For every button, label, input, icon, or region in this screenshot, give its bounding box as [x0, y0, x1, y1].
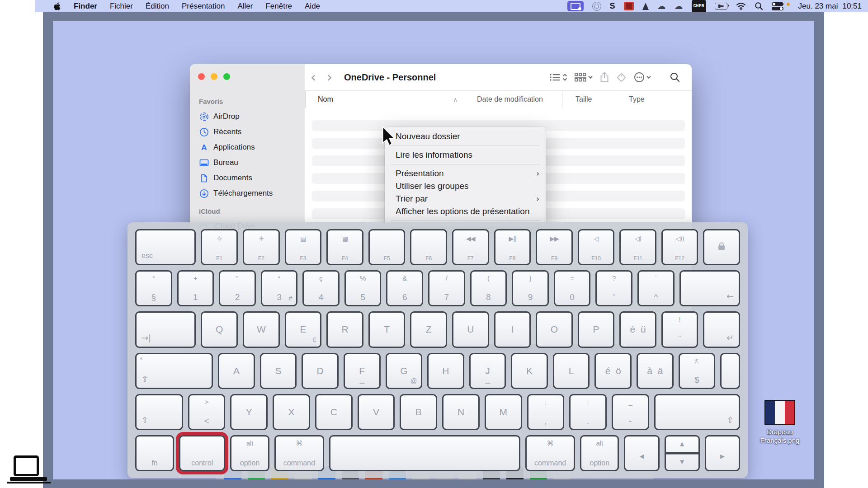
key-g[interactable]: G@	[386, 353, 423, 389]
key-capslock[interactable]: ⇪	[135, 353, 213, 389]
key-control[interactable]: control	[179, 435, 225, 471]
key-period[interactable]: :.	[569, 394, 607, 430]
key-v[interactable]: V	[358, 394, 395, 430]
key-e-grave[interactable]: è ü	[619, 311, 656, 347]
s-app-icon[interactable]: S	[610, 1, 615, 11]
key-backspace[interactable]: ←	[679, 270, 740, 306]
key-f12[interactable]: ◁))F12	[661, 229, 698, 265]
column-header-taille[interactable]: Taille	[562, 91, 616, 108]
sidebar-item-applications[interactable]: AApplications	[196, 140, 302, 155]
key-k[interactable]: K	[511, 353, 548, 389]
view-selector-button[interactable]	[550, 73, 567, 81]
key-c[interactable]: C	[315, 394, 353, 430]
key-dollar[interactable]: £$	[679, 353, 716, 389]
context-menu-item-nouveau-dossier[interactable]: Nouveau dossier	[385, 130, 546, 143]
key-dash[interactable]: _-	[612, 394, 649, 430]
close-button[interactable]	[198, 73, 205, 80]
key-angle[interactable]: ><	[188, 394, 226, 430]
search-button[interactable]	[670, 72, 680, 82]
key-7[interactable]: /7	[428, 270, 465, 306]
key-f8[interactable]: ▶∥F8	[494, 229, 531, 265]
key-exclamation[interactable]: !¨	[661, 311, 698, 347]
key-r[interactable]: R	[326, 311, 363, 347]
key-e[interactable]: E€	[285, 311, 322, 347]
key-option-left[interactable]: altoption	[230, 435, 269, 471]
key-e-acute[interactable]: é ö	[594, 353, 632, 389]
key-s[interactable]: S	[260, 353, 297, 389]
key-n[interactable]: N	[442, 394, 480, 430]
key-f10[interactable]: ◁F10	[578, 229, 615, 265]
key-x[interactable]: X	[273, 394, 310, 430]
key-y[interactable]: Y	[230, 394, 268, 430]
key-9[interactable]: )9	[512, 270, 549, 306]
key-fn[interactable]: fn	[135, 435, 174, 471]
context-menu-item-lire-les-informations[interactable]: Lire les informations	[385, 149, 546, 161]
key-apostrophe[interactable]: ?'	[595, 270, 632, 306]
key-shift-left[interactable]: ⇧	[135, 394, 183, 430]
forward-button[interactable]: ›	[321, 70, 338, 84]
key-f[interactable]: F	[344, 353, 381, 389]
key-f5[interactable]: F5	[368, 229, 406, 265]
key-f2[interactable]: ☀F2	[243, 229, 280, 265]
column-header-nom[interactable]: Nom∧	[305, 91, 464, 108]
more-actions-button[interactable]	[634, 72, 651, 83]
key-return-lower[interactable]	[720, 353, 740, 389]
key-t[interactable]: T	[368, 311, 406, 347]
menu-item-aller[interactable]: Aller	[231, 2, 259, 11]
column-header-type[interactable]: Type	[616, 91, 692, 108]
key-a-grave[interactable]: à ä	[637, 353, 674, 389]
key-d[interactable]: D	[302, 353, 339, 389]
spotlight-search-icon[interactable]	[755, 1, 763, 11]
key-i[interactable]: I	[494, 311, 531, 347]
film-strip-icon[interactable]	[624, 2, 634, 10]
key-command-right[interactable]: ⌘command	[525, 435, 575, 471]
back-button[interactable]: ‹	[305, 70, 321, 84]
key-arrow-updown[interactable]: ▲▼	[665, 435, 700, 471]
key-l[interactable]: L	[553, 353, 590, 389]
key-tab[interactable]: →|	[135, 311, 196, 347]
control-center-icon[interactable]	[772, 1, 783, 11]
cloud-sync-icon-2[interactable]: ☁	[675, 1, 683, 11]
support-spiral-icon[interactable]	[592, 2, 601, 11]
key-5[interactable]: %5	[344, 270, 382, 306]
context-menu-item-trier-par[interactable]: Trier par›	[385, 192, 546, 205]
key-q[interactable]: Q	[201, 311, 238, 347]
menu-item-fichier[interactable]: Fichier	[104, 2, 139, 11]
menu-item-edition[interactable]: Édition	[139, 2, 175, 11]
input-source-badge[interactable]: CHFR	[692, 0, 706, 13]
key-f3[interactable]: ▤F3	[285, 229, 322, 265]
key-f7[interactable]: ◀◀F7	[452, 229, 489, 265]
sidebar-item-tlchargements[interactable]: Téléchargements	[196, 186, 302, 201]
screen-mirroring-icon[interactable]	[567, 1, 584, 11]
key-esc[interactable]: esc	[135, 229, 196, 265]
key-f1[interactable]: ☼F1	[201, 229, 238, 265]
key-w[interactable]: W	[243, 311, 280, 347]
key-return[interactable]: ↵	[703, 311, 740, 347]
key-command-left[interactable]: ⌘command	[274, 435, 324, 471]
key-1[interactable]: +1	[177, 270, 214, 306]
key-section[interactable]: °§	[135, 270, 172, 306]
key-b[interactable]: B	[400, 394, 437, 430]
apple-menu[interactable]	[47, 2, 67, 11]
context-menu-item-pr-sentation[interactable]: Présentation›	[385, 167, 546, 180]
menu-item-app[interactable]: Finder	[67, 2, 104, 11]
context-menu-item-afficher-les-options-de-pr-sentation[interactable]: Afficher les options de présentation	[385, 205, 546, 218]
battery-icon[interactable]	[715, 3, 727, 9]
context-menu-item-utiliser-les-groupes[interactable]: Utiliser les groupes	[385, 180, 546, 192]
key-o[interactable]: O	[536, 311, 573, 347]
key-j[interactable]: J	[469, 353, 506, 389]
tag-icon-button[interactable]	[616, 72, 627, 83]
key-f11[interactable]: ◁)F11	[619, 229, 656, 265]
share-button[interactable]	[600, 72, 609, 83]
key-a[interactable]: A	[218, 353, 255, 389]
sidebar-item-airdrop[interactable]: AirDrop	[196, 109, 302, 124]
zoom-button[interactable]	[223, 73, 230, 80]
key-space[interactable]	[329, 435, 520, 471]
key-comma[interactable]: ;,	[527, 394, 565, 430]
key-option-right[interactable]: altoption	[580, 435, 619, 471]
key-p[interactable]: P	[578, 311, 615, 347]
key-arrow-right[interactable]: ▶	[705, 435, 740, 471]
sidebar-item-bureau[interactable]: Bureau	[196, 155, 302, 170]
column-header-date-de-modification[interactable]: Date de modification	[464, 91, 562, 108]
minimize-button[interactable]	[211, 73, 217, 80]
